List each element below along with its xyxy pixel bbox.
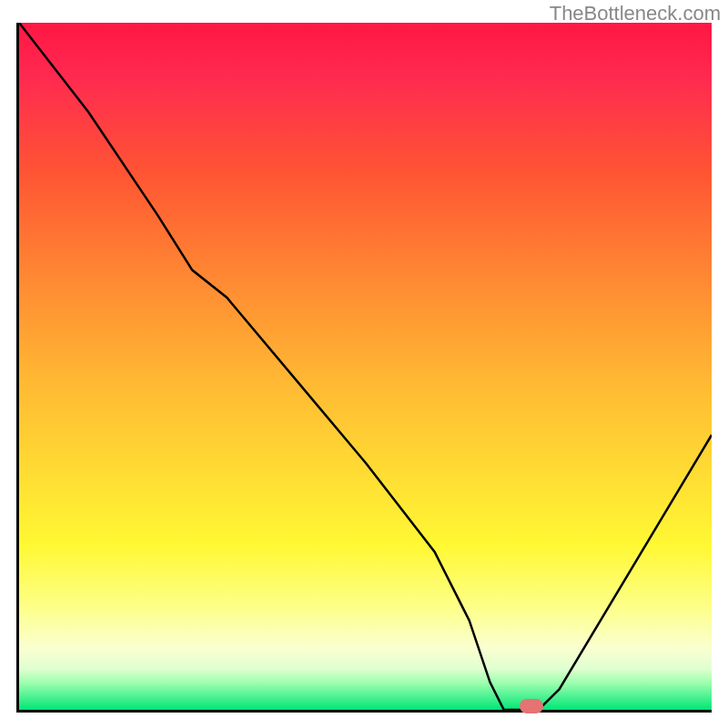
plot-area bbox=[16, 23, 712, 713]
watermark-text: TheBottleneck.com bbox=[550, 2, 721, 25]
optimum-marker bbox=[520, 699, 543, 713]
chart-container: TheBottleneck.com bbox=[0, 0, 728, 728]
line-curve bbox=[19, 23, 712, 710]
